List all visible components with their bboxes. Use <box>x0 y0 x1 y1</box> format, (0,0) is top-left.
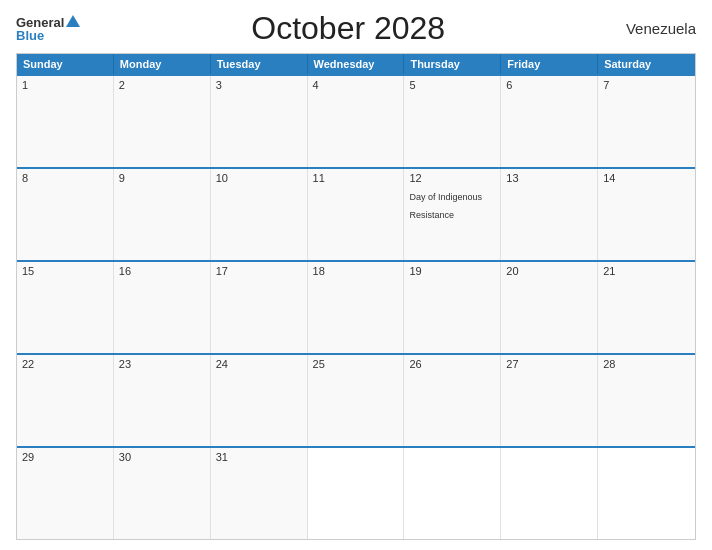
cell-3-4: 18 <box>308 262 405 353</box>
cell-3-1: 15 <box>17 262 114 353</box>
cell-3-7: 21 <box>598 262 695 353</box>
week-3: 15 16 17 18 19 20 21 <box>17 260 695 353</box>
header-tuesday: Tuesday <box>211 54 308 74</box>
cell-3-2: 16 <box>114 262 211 353</box>
event-indigenous: Day of Indigenous Resistance <box>409 192 482 220</box>
header-sunday: Sunday <box>17 54 114 74</box>
cell-5-3: 31 <box>211 448 308 539</box>
logo-triangle-icon <box>66 15 80 27</box>
cell-2-2: 9 <box>114 169 211 260</box>
cell-3-5: 19 <box>404 262 501 353</box>
cell-2-6: 13 <box>501 169 598 260</box>
cell-1-6: 6 <box>501 76 598 167</box>
cell-2-7: 14 <box>598 169 695 260</box>
cell-4-2: 23 <box>114 355 211 446</box>
week-2: 8 9 10 11 12 Day of Indigenous Resistanc… <box>17 167 695 260</box>
cell-3-6: 20 <box>501 262 598 353</box>
calendar-header: Sunday Monday Tuesday Wednesday Thursday… <box>17 54 695 74</box>
logo-general-text: General <box>16 16 64 29</box>
cell-2-5: 12 Day of Indigenous Resistance <box>404 169 501 260</box>
calendar-page: General Blue October 2028 Venezuela Sund… <box>0 0 712 550</box>
cell-2-3: 10 <box>211 169 308 260</box>
cell-5-6 <box>501 448 598 539</box>
calendar-title: October 2028 <box>80 10 616 47</box>
week-5: 29 30 31 <box>17 446 695 539</box>
cell-5-4 <box>308 448 405 539</box>
week-4: 22 23 24 25 26 27 28 <box>17 353 695 446</box>
header-wednesday: Wednesday <box>308 54 405 74</box>
cell-4-6: 27 <box>501 355 598 446</box>
cell-4-1: 22 <box>17 355 114 446</box>
header-saturday: Saturday <box>598 54 695 74</box>
cell-5-2: 30 <box>114 448 211 539</box>
cell-5-1: 29 <box>17 448 114 539</box>
page-header: General Blue October 2028 Venezuela <box>16 10 696 47</box>
week-1: 1 2 3 4 5 6 7 <box>17 74 695 167</box>
header-friday: Friday <box>501 54 598 74</box>
cell-5-5 <box>404 448 501 539</box>
country-label: Venezuela <box>616 20 696 37</box>
cell-1-3: 3 <box>211 76 308 167</box>
cell-1-7: 7 <box>598 76 695 167</box>
calendar-grid: Sunday Monday Tuesday Wednesday Thursday… <box>16 53 696 540</box>
cell-5-7 <box>598 448 695 539</box>
cell-4-3: 24 <box>211 355 308 446</box>
cell-1-2: 2 <box>114 76 211 167</box>
cell-1-5: 5 <box>404 76 501 167</box>
cell-1-4: 4 <box>308 76 405 167</box>
logo-blue-text: Blue <box>16 29 80 42</box>
cell-4-5: 26 <box>404 355 501 446</box>
logo: General Blue <box>16 15 80 42</box>
header-thursday: Thursday <box>404 54 501 74</box>
cell-4-4: 25 <box>308 355 405 446</box>
calendar-body: 1 2 3 4 5 6 7 8 9 10 11 12 Day of Indige… <box>17 74 695 539</box>
cell-4-7: 28 <box>598 355 695 446</box>
header-monday: Monday <box>114 54 211 74</box>
cell-3-3: 17 <box>211 262 308 353</box>
cell-2-1: 8 <box>17 169 114 260</box>
cell-1-1: 1 <box>17 76 114 167</box>
cell-2-4: 11 <box>308 169 405 260</box>
